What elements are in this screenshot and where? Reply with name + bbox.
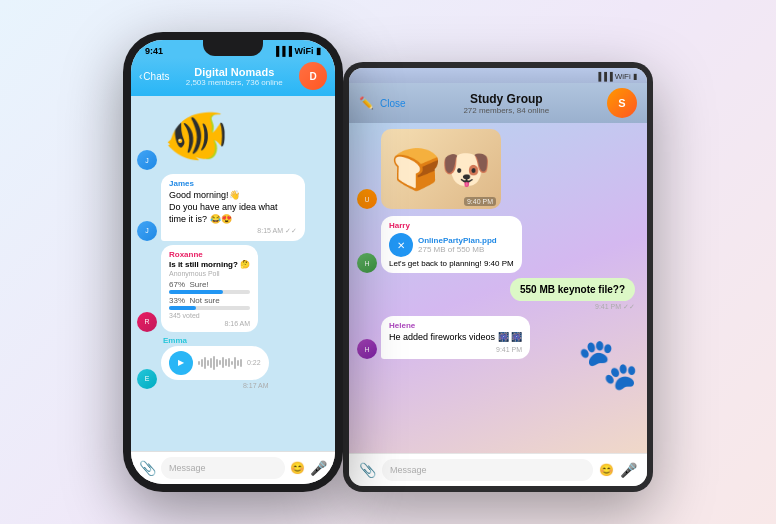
poll-title: Is it still morning? 🤔 [169,260,250,269]
helene-bubble: Helene He added fireworks videos 🎆 🎆 9:4… [381,316,530,359]
file-bubble: Harry ✕ OnlinePartyPlan.ppd 275 MB of 55… [381,216,522,273]
file-size: 275 MB of 550 MB [418,245,497,254]
poll-time: 8:16 AM [169,320,250,327]
voice-waveform [198,355,242,371]
outgoing-large-row: 550 MB keynote file?? 9:41 PM ✓✓ [357,278,639,311]
chat-subtitle: 2,503 members, 736 online [173,78,295,87]
helene-sender: Helene [389,321,522,331]
ipad-chat-area: U 🍞🐶 9:40 PM H Harry ✕ OnlinePartyP [349,123,647,453]
ipad-chat-header: ✏️ Close Study Group 272 members, 84 onl… [349,83,647,123]
voice-message-row: E Emma ▶ [137,336,329,389]
ipad-device: ▐▐▐ WiFi ▮ ✏️ Close Study Group 272 memb… [343,62,653,492]
poll-voted: 345 voted [169,312,250,319]
ipad-attach-icon[interactable]: 📎 [359,462,376,478]
harry-avatar: H [357,253,377,273]
file-download-icon[interactable]: ✕ [389,233,413,257]
iphone-device: 9:41 ▐▐▐ WiFi ▮ ‹ Chats Digital Nomads 2… [123,32,343,492]
poll-option-1: 67% Sure! [169,280,250,294]
wave-bars [198,356,242,370]
iphone-chat-header: ‹ Chats Digital Nomads 2,503 members, 73… [131,58,335,96]
ipad-message-input[interactable]: Message [382,459,593,481]
ipad-status-icons: ▐▐▐ WiFi ▮ [596,72,637,81]
input-placeholder: Message [169,463,206,473]
helene-avatar: H [357,339,377,359]
sticker-icon[interactable]: 😊 [290,461,305,475]
iphone-screen: 9:41 ▐▐▐ WiFi ▮ ‹ Chats Digital Nomads 2… [131,40,335,484]
edit-icon[interactable]: ✏️ [359,96,374,110]
ipad-chat-title: Study Group [412,92,601,106]
chat-avatar[interactable]: D [299,62,327,90]
ipad-mic-icon[interactable]: 🎤 [620,462,637,478]
emma-avatar: E [137,369,157,389]
file-sender: Harry [389,221,514,230]
poll-option-2: 33% Not sure [169,296,250,310]
poll-type: Anonymous Poll [169,270,250,277]
iphone-notch [203,40,263,56]
voice-duration: 0:22 [247,359,261,366]
file-message-text: Let's get back to planning! 9:40 PM [389,259,514,268]
james-avatar: J [137,150,157,170]
iphone-time: 9:41 [145,46,163,56]
iphone-input-bar: 📎 Message 😊 🎤 [131,451,335,484]
james-avatar-2: J [137,221,157,241]
close-button[interactable]: Close [380,98,406,109]
close-label: Close [380,98,406,109]
chevron-left-icon: ‹ [139,71,142,82]
helene-text: He added fireworks videos 🎆 🎆 [389,332,522,344]
iphone-message-input[interactable]: Message [161,457,285,479]
poll-pct-2: 33% Not sure [169,296,250,305]
file-info: OnlinePartyPlan.ppd 275 MB of 550 MB [418,236,497,254]
file-message-row: H Harry ✕ OnlinePartyPlan.ppd 275 MB of … [357,216,639,273]
ipad-sticker-icon[interactable]: 😊 [599,463,614,477]
outgoing-large-bubble: 550 MB keynote file?? [510,278,635,301]
file-name: OnlinePartyPlan.ppd [418,236,497,245]
back-label: Chats [143,71,169,82]
roxanne-avatar: R [137,312,157,332]
poll-bubble: Roxanne Is it still morning? 🤔 Anonymous… [161,245,258,332]
ipad-input-placeholder: Message [390,465,427,475]
ipad-header-center: Study Group 272 members, 84 online [412,92,601,115]
poll-message-row: R Roxanne Is it still morning? 🤔 Anonymo… [137,245,329,332]
ipad-screen: ▐▐▐ WiFi ▮ ✏️ Close Study Group 272 memb… [349,68,647,486]
monster-sticker: 🐾 [577,335,639,393]
mic-icon[interactable]: 🎤 [310,460,327,476]
toast-image: 🍞🐶 9:40 PM [381,129,501,209]
chat-title: Digital Nomads [173,66,295,78]
attach-icon[interactable]: 📎 [139,460,156,476]
helene-time: 9:41 PM [389,345,522,354]
iphone-status-icons: ▐▐▐ WiFi ▮ [273,46,321,56]
ipad-status-bar: ▐▐▐ WiFi ▮ [349,68,647,83]
james-bubble: James Good morning!👋Do you have any idea… [161,174,305,241]
ipad-chat-avatar[interactable]: S [607,88,637,118]
file-row: ✕ OnlinePartyPlan.ppd 275 MB of 550 MB [389,233,514,257]
ipad-input-bar: 📎 Message 😊 🎤 [349,453,647,486]
emma-time: 8:17 AM [161,382,269,389]
james-message-row: J James Good morning!👋Do you have any id… [137,174,329,241]
sticker-message-row: J 🐠 [137,100,329,170]
toast-sender-avatar: U [357,189,377,209]
poll-sender: Roxanne [169,250,250,259]
toast-time: 9:40 PM [464,197,496,206]
toast-image-row: U 🍞🐶 9:40 PM [357,129,639,209]
play-button[interactable]: ▶ [169,351,193,375]
james-time: 8:15 AM ✓✓ [169,226,297,235]
outgoing-large-time: 9:41 PM ✓✓ [595,303,639,311]
poll-pct-1: 67% Sure! [169,280,250,289]
james-sender: James [169,179,297,189]
emma-sender: Emma [161,336,269,345]
james-text: Good morning!👋Do you have any idea what … [169,190,297,225]
header-center: Digital Nomads 2,503 members, 736 online [173,66,295,87]
ipad-chat-subtitle: 272 members, 84 online [412,106,601,115]
fish-sticker: 🐠 [161,100,231,170]
voice-bubble: ▶ [161,346,269,380]
iphone-chat-area: J 🐠 J James Good morning!👋Do you have an… [131,96,335,451]
back-button[interactable]: ‹ Chats [139,71,169,82]
